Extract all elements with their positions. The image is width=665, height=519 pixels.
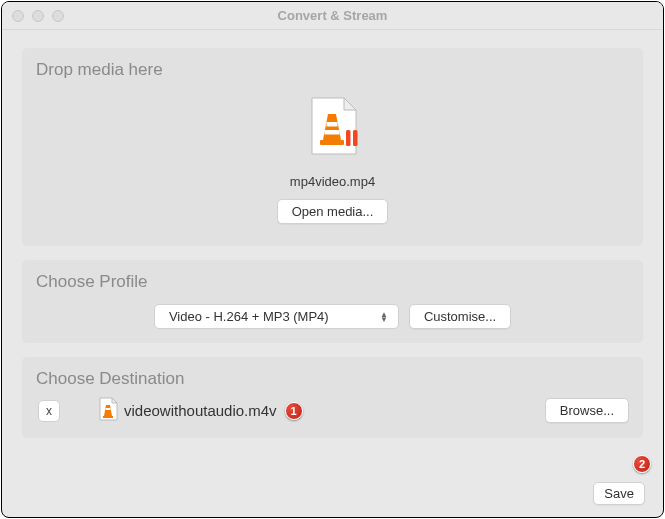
- dropped-file-name: mp4video.mp4: [36, 174, 629, 189]
- destination-filename: videowithoutaudio.m4v: [124, 402, 277, 419]
- svg-rect-1: [324, 130, 339, 135]
- destination-file: videowithoutaudio.m4v 1: [98, 397, 535, 424]
- svg-rect-2: [320, 140, 344, 145]
- svg-rect-3: [346, 130, 351, 146]
- drop-area[interactable]: mp4video.mp4 Open media...: [36, 92, 629, 230]
- choose-profile-heading: Choose Profile: [36, 272, 629, 292]
- profile-select[interactable]: Video - H.264 + MP3 (MP4) ▲▼: [154, 304, 399, 329]
- browse-button[interactable]: Browse...: [545, 398, 629, 423]
- footer: Save: [593, 482, 645, 505]
- open-media-button[interactable]: Open media...: [277, 199, 389, 224]
- drop-media-heading: Drop media here: [36, 60, 629, 80]
- choose-destination-section: Choose Destination x videowithoutaudio.m…: [22, 357, 643, 438]
- media-file-icon: [306, 96, 360, 160]
- svg-rect-5: [106, 408, 111, 410]
- customise-button[interactable]: Customise...: [409, 304, 511, 329]
- select-arrows-icon: ▲▼: [380, 312, 388, 322]
- svg-rect-6: [103, 416, 113, 418]
- drop-media-section: Drop media here: [22, 48, 643, 246]
- save-button[interactable]: Save: [593, 482, 645, 505]
- window-title: Convert & Stream: [2, 8, 663, 23]
- svg-rect-0: [326, 122, 337, 127]
- choose-destination-heading: Choose Destination: [36, 369, 629, 389]
- content: Drop media here: [2, 30, 663, 456]
- choose-profile-section: Choose Profile Video - H.264 + MP3 (MP4)…: [22, 260, 643, 343]
- annotation-badge-1: 1: [285, 402, 303, 420]
- svg-rect-4: [353, 130, 358, 146]
- remove-destination-button[interactable]: x: [38, 400, 60, 422]
- destination-file-icon: [98, 397, 118, 424]
- titlebar: Convert & Stream: [2, 2, 663, 30]
- convert-stream-window: Convert & Stream Drop media here: [1, 1, 664, 518]
- profile-selected-label: Video - H.264 + MP3 (MP4): [169, 309, 329, 324]
- annotation-badge-2: 2: [633, 455, 651, 473]
